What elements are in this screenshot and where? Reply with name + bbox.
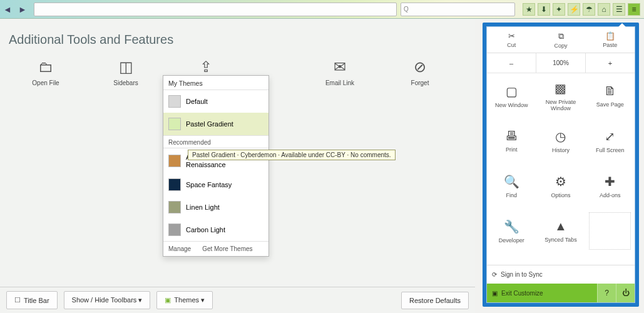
menu-label: Full Screen [596, 147, 625, 153]
mail-icon: ✉ [334, 58, 346, 76]
printer-icon: 🖶 [505, 129, 518, 143]
zoom-value: 100% [536, 53, 586, 73]
expand-icon: ⤢ [605, 129, 615, 144]
menu-spacer [487, 254, 635, 265]
downloads-icon[interactable]: ⬇ [538, 3, 550, 16]
theme-swatch-icon [168, 95, 181, 108]
theme-swatch-icon [168, 118, 181, 130]
sidebar-icon: ◫ [119, 58, 133, 76]
menu-edit-row: ✂ Cut ⧉ Copy 📋 Paste [487, 27, 635, 53]
themes-popup-footer: Manage Get More Themes [163, 241, 268, 256]
menu-sign-in-sync[interactable]: ⟳ Sign in to Sync [487, 265, 635, 284]
bookmark-star-icon[interactable]: ★ [523, 3, 535, 16]
titlebar-toggle-button[interactable]: ☐ Title Bar [6, 291, 58, 309]
menu-label: Copy [555, 43, 568, 49]
menu-developer[interactable]: 🔧 Developer [487, 208, 536, 254]
theme-name: Space Fantasy [186, 181, 232, 188]
list-icon[interactable]: ☰ [613, 3, 625, 16]
menu-label: Cut [507, 42, 516, 48]
theme-item-default[interactable]: Default [163, 90, 268, 113]
show-hide-toolbars-button[interactable]: Show / Hide Toolbars ▾ [64, 291, 151, 309]
menu-addons[interactable]: ✚ Add-ons [585, 163, 635, 208]
tool-label: Open File [32, 80, 59, 87]
menu-drop-target[interactable] [589, 212, 631, 250]
themes-button[interactable]: ▣ Themes ▾ [156, 291, 213, 309]
themes-popup: My Themes Default Pastel Gradient Recomm… [163, 75, 269, 257]
menu-label: Paste [603, 42, 617, 48]
puzzle-icon: ✚ [605, 174, 615, 189]
search-icon: 🔍 [504, 174, 519, 189]
themes-manage-link[interactable]: Manage [168, 245, 191, 252]
tool-sidebars[interactable]: ◫ Sidebars [104, 58, 148, 95]
power-button[interactable]: ⏻ [616, 284, 635, 302]
bolt-icon[interactable]: ⚡ [568, 3, 580, 16]
menu-save-page[interactable]: 🗎 Save Page [585, 73, 635, 118]
tool-email-link[interactable]: ✉ Email Link [318, 58, 362, 95]
theme-swatch-icon [168, 155, 181, 167]
menu-label: Sign in to Sync [501, 271, 543, 278]
zoom-out-button[interactable]: – [487, 53, 536, 73]
menu-label: History [552, 147, 570, 153]
menu-new-window[interactable]: ▢ New Window [487, 73, 536, 118]
theme-swatch-icon [168, 178, 181, 191]
help-button[interactable]: ? [597, 284, 616, 302]
menu-options[interactable]: ⚙ Options [536, 163, 586, 208]
theme-item-space-fantasy[interactable]: Space Fantasy [163, 173, 268, 196]
cut-icon: ✂ [508, 31, 515, 41]
restore-defaults-button[interactable]: Restore Defaults [401, 292, 469, 309]
menu-label: New Window [495, 102, 528, 108]
menu-print[interactable]: 🖶 Print [487, 118, 536, 163]
hamburger-menu-icon[interactable]: ≡ [628, 3, 640, 16]
share-icon: ⇪ [200, 58, 212, 76]
menu-panel-highlight: ✂ Cut ⧉ Copy 📋 Paste – 100% + ▢ New Wind… [483, 23, 639, 307]
theme-item-pastel-gradient[interactable]: Pastel Gradient [163, 113, 268, 135]
tool-label: Forget [411, 80, 429, 87]
tool-open-file[interactable]: 🗀 Open File [24, 58, 68, 95]
theme-item-carbon-light[interactable]: Carbon Light [163, 218, 268, 241]
wrench-icon: 🔧 [504, 219, 519, 234]
themes-get-more-link[interactable]: Get More Themes [202, 245, 252, 252]
menu-cut[interactable]: ✂ Cut [487, 27, 536, 53]
zoom-in-button[interactable]: + [586, 53, 635, 73]
theme-item-linen-light[interactable]: Linen Light [163, 196, 268, 218]
exit-customize-button[interactable]: ▣ Exit Customize [487, 290, 597, 297]
menu-paste[interactable]: 📋 Paste [585, 27, 635, 53]
button-label: Themes ▾ [174, 296, 205, 304]
menu-fullscreen[interactable]: ⤢ Full Screen [585, 118, 635, 163]
umbrella-icon[interactable]: ☂ [583, 3, 595, 16]
copy-icon: ⧉ [558, 31, 564, 41]
paste-icon: 📋 [605, 31, 615, 41]
menu-find[interactable]: 🔍 Find [487, 163, 536, 208]
clock-icon: ◷ [555, 129, 566, 144]
page-icon: 🗎 [604, 84, 616, 98]
menu-label: Save Page [596, 101, 624, 108]
tool-label: Sidebars [113, 80, 138, 87]
url-input[interactable] [34, 3, 397, 16]
stack-icon: ▲ [555, 219, 567, 233]
menu-history[interactable]: ◷ History [536, 118, 586, 163]
theme-name: Carbon Light [186, 226, 225, 233]
home-icon[interactable]: ⌂ [598, 3, 610, 16]
folder-icon: 🗀 [38, 58, 53, 76]
brush-icon: ▣ [492, 290, 498, 297]
customize-bottom-bar: ☐ Title Bar Show / Hide Toolbars ▾ ▣ The… [0, 287, 475, 313]
theme-swatch-icon [168, 223, 181, 236]
mask-icon: ▩ [555, 81, 566, 96]
nav-forward-icon[interactable]: ► [15, 4, 30, 14]
tool-forget[interactable]: ⊘ Forget [398, 58, 442, 95]
menu-new-private-window[interactable]: ▩ New Private Window [536, 73, 586, 118]
window-icon: ▢ [506, 84, 518, 99]
browser-chrome: ◄ ► Q ★ ⬇ ✦ ⚡ ☂ ⌂ ☰ ≡ [0, 0, 644, 19]
menu-synced-tabs[interactable]: ▲ Synced Tabs [536, 208, 586, 254]
menu-zoom-row: – 100% + [487, 53, 635, 73]
paint-icon: ▣ [165, 296, 171, 304]
page-title: Additional Tools and Features [9, 33, 466, 47]
theme-name: Linen Light [186, 203, 220, 211]
menu-copy[interactable]: ⧉ Copy [536, 27, 586, 53]
menu-label: Find [506, 192, 518, 198]
addon-icon[interactable]: ✦ [553, 3, 565, 16]
themes-section-recommended: Recommended [163, 135, 268, 148]
nav-back-icon[interactable]: ◄ [0, 4, 15, 14]
forget-icon: ⊘ [414, 58, 426, 76]
search-input[interactable]: Q [401, 3, 515, 16]
